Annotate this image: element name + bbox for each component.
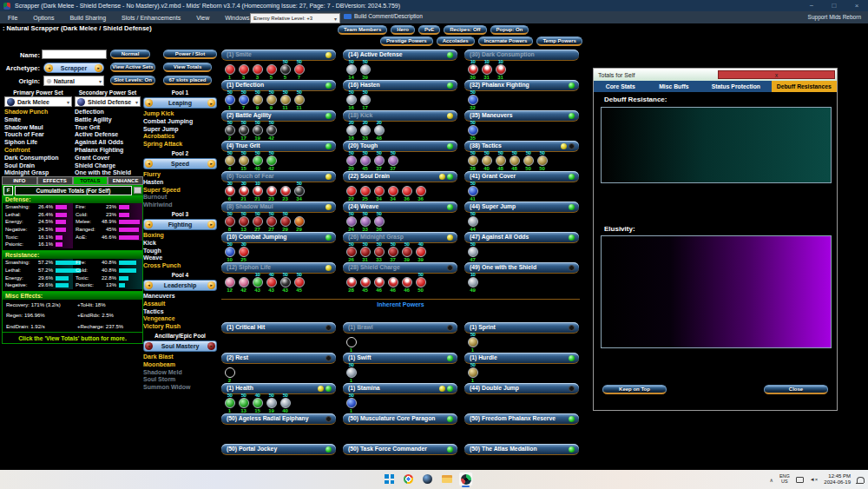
f-button[interactable]: F (3, 186, 13, 195)
enhancement-slot[interactable]: 505 (279, 59, 292, 80)
panel-popout-icon[interactable] (134, 187, 141, 194)
pool-power-assault[interactable]: Assault (143, 301, 217, 308)
power-super-jump[interactable]: (44) Super Jump (464, 202, 579, 213)
temp-powers-button[interactable]: Temp Powers (536, 36, 582, 46)
power-led[interactable] (569, 446, 575, 453)
power-led[interactable] (447, 265, 453, 271)
enhancement-slot[interactable]: 23 (279, 181, 292, 202)
pool-select-leadership[interactable]: ◂Leadership▸ (143, 280, 217, 291)
primary-powerset-select[interactable]: Dark Melee ▾ (4, 96, 72, 107)
enhancement-slot[interactable]: 1021 (251, 181, 264, 202)
power-slot-button[interactable]: Power / Slot (163, 50, 217, 59)
secondary-powerset-select[interactable]: Shield Defense ▾ (75, 96, 141, 107)
arrow-left-icon[interactable]: ◂ (145, 221, 153, 228)
power-the-atlas-medallion[interactable]: (50) The Atlas Medallion (464, 444, 579, 455)
power-led[interactable] (326, 143, 332, 149)
pool-power-super-jump[interactable]: Super Jump (143, 126, 217, 134)
display-icon[interactable] (796, 477, 804, 483)
pool-power-boxing[interactable]: Boxing (143, 232, 217, 240)
power-stamina[interactable]: (1) Stamina (343, 383, 457, 394)
enhancement-slot[interactable]: 5048 (494, 150, 507, 171)
enhancement-slot[interactable]: 5035 (466, 120, 479, 141)
pool-power-flurry[interactable]: Flurry (143, 171, 217, 179)
pool-select-speed[interactable]: ◂Speed▸ (143, 158, 217, 169)
enhancement-slot[interactable]: 5019 (265, 393, 278, 413)
enhancement-slot[interactable]: 5033 (358, 211, 372, 232)
power-led[interactable] (447, 386, 453, 392)
pool-power-maneuvers[interactable]: Maneuvers (143, 293, 217, 301)
enhancement-slot[interactable]: 36 (414, 181, 427, 202)
enhancement-slot[interactable]: 34 (372, 181, 385, 202)
pool-power-whirlwind[interactable]: Whirlwind (143, 202, 217, 209)
enhancement-slot[interactable]: 46 (400, 272, 413, 293)
power-musculature-core-paragon[interactable]: (50) Musculature Core Paragon (343, 413, 457, 425)
enhancement-slot[interactable]: 5024 (345, 211, 358, 232)
power-led[interactable] (569, 204, 575, 210)
enhancement-slot[interactable]: 5042 (265, 120, 278, 141)
enhancement-slot[interactable]: 4039 (414, 241, 427, 262)
tab-misc-buffs[interactable]: Misc Buffs (648, 81, 701, 92)
powerset-power-against-all-odds[interactable]: Against All Odds (75, 139, 141, 147)
enhancement-slot[interactable]: 507 (237, 89, 250, 110)
pool-select-soul-mastery[interactable]: ◂Soul Mastery▸ (143, 340, 217, 352)
tab-debuff-resistances[interactable]: Debuff Resistances (772, 81, 837, 92)
power-led[interactable] (326, 355, 332, 361)
pool-select-leaping[interactable]: ◂Leaping▸ (143, 97, 217, 109)
powerset-power-smite[interactable]: Smite (4, 116, 72, 124)
enhancement-slot[interactable]: 1 (345, 332, 358, 353)
enhancement-slot[interactable]: 5016 (345, 89, 358, 110)
pool-power-tough[interactable]: Tough (143, 248, 217, 255)
name-input[interactable] (42, 50, 107, 59)
enhancement-slot[interactable]: 5015 (237, 150, 250, 171)
pool-power-vengeance[interactable]: Vengeance (143, 315, 217, 323)
enhancement-slot[interactable]: 501 (345, 362, 358, 383)
enhancement-slot[interactable]: 1043 (251, 272, 264, 293)
recipes-off-button[interactable]: Recipes: Off (444, 25, 486, 35)
enhancement-slot[interactable]: 5017 (237, 120, 250, 141)
power-led[interactable] (569, 143, 575, 149)
enhancement-slot[interactable]: 5038 (466, 150, 479, 171)
enhancement-slot[interactable]: 5040 (251, 150, 264, 171)
enhancement-slot[interactable]: 5036 (372, 211, 385, 232)
arrow-left-icon[interactable]: ◂ (145, 99, 153, 107)
powerset-power-shadow-punch[interactable]: Shadow Punch (4, 109, 72, 116)
pool-power-dark-blast[interactable]: Dark Blast (143, 354, 217, 361)
pool-power-soul-storm[interactable]: Soul Storm (143, 376, 217, 384)
enhancement-slot[interactable]: 5017 (358, 89, 372, 110)
enhancement-slot[interactable]: 502 (223, 120, 236, 141)
enhancement-slot[interactable]: 29 (293, 211, 306, 232)
pool-power-cross-punch[interactable]: Cross Punch (143, 262, 217, 270)
enhancement-slot[interactable]: 507 (293, 59, 306, 80)
totals-window-titlebar[interactable]: Totals for Self x (594, 69, 837, 81)
view-active-sets-button[interactable]: View Active Sets (110, 63, 155, 72)
power-led[interactable] (326, 265, 332, 271)
pool-power-moonbeam[interactable]: Moonbeam (143, 361, 217, 369)
power-led[interactable] (569, 416, 575, 422)
powerset-power-shield-charge[interactable]: Shield Charge (75, 162, 141, 170)
enhancement-slot[interactable]: 36 (400, 181, 413, 202)
tab-core-stats[interactable]: Core Stats (594, 81, 648, 92)
power-led[interactable] (326, 204, 332, 210)
power-led[interactable] (326, 113, 332, 119)
archetype-select[interactable]: ◂ Scrapper ▸ (43, 63, 104, 73)
powerset-power-confront[interactable]: Confront (4, 147, 72, 155)
view-totals-button[interactable]: View Totals (163, 63, 212, 72)
power-led[interactable] (569, 265, 575, 271)
arrow-right-icon[interactable]: ▸ (207, 221, 215, 228)
enhancement-slot[interactable]: 5011 (279, 89, 292, 110)
power-critical-hit[interactable]: (1) Critical Hit (221, 322, 336, 334)
powerset-power-soul-drain[interactable]: Soul Drain (4, 162, 72, 170)
enhancement-slot[interactable]: 5029 (279, 211, 292, 232)
powerset-power-siphon-life[interactable]: Siphon Life (4, 139, 72, 147)
pool-power-spring-attack[interactable]: Spring Attack (143, 141, 217, 149)
menu-item-file[interactable]: File (0, 15, 25, 21)
enhancement-slot[interactable]: 501 (466, 332, 479, 353)
origin-select[interactable]: ⊕ Natural ▾ (43, 76, 104, 86)
speaker-muted-icon[interactable]: ◄× (810, 477, 818, 482)
enhancement-slot[interactable]: 5043 (279, 272, 292, 293)
start-button[interactable] (382, 472, 397, 486)
pool-power-super-speed[interactable]: Super Speed (143, 187, 217, 195)
pool-power-weave[interactable]: Weave (143, 254, 217, 262)
power-double-jump[interactable]: (44) Double Jump (464, 383, 579, 394)
enhancement-slot[interactable]: 306 (223, 181, 236, 202)
